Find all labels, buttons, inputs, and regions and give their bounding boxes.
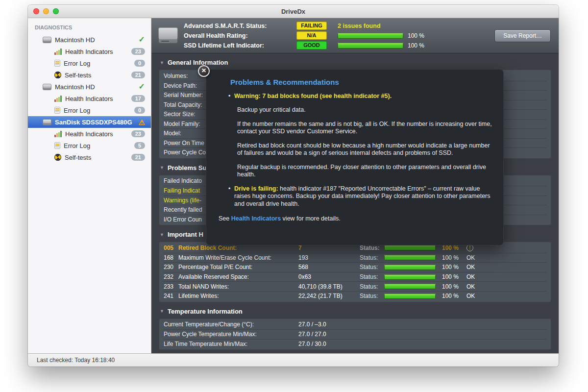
indicator-state: OK bbox=[466, 273, 481, 280]
ssd-lifetime-badge: GOOD bbox=[296, 41, 327, 49]
ssd-lifetime-progress-bar bbox=[338, 43, 403, 49]
indicator-id: 232 bbox=[164, 273, 178, 280]
temperature-value: 27.0 / 27.0 bbox=[298, 331, 326, 338]
disclosure-triangle-icon[interactable]: ▼ bbox=[160, 165, 164, 170]
sidebar-item-label: Health Indicators bbox=[65, 48, 131, 55]
minimize-window-button[interactable] bbox=[43, 8, 49, 14]
indicator-row: 232 Available Reserved Space: 0x63 Statu… bbox=[164, 272, 546, 282]
indicator-raw-value: 40,710 (39.8 TB) bbox=[298, 283, 360, 290]
sidebar-item-drive[interactable]: Macintosh HD ✓ bbox=[28, 34, 151, 46]
sidebar: DIAGNOSTICS Macintosh HD ✓ Health Indica… bbox=[28, 18, 151, 353]
window-title: DriveDx bbox=[281, 8, 305, 15]
smart-status-label: Advanced S.M.A.R.T. Status: bbox=[184, 23, 296, 29]
count-badge: 0 bbox=[134, 60, 145, 67]
save-report-button[interactable]: Save Report… bbox=[494, 29, 551, 42]
indicator-raw-value: 193 bbox=[298, 254, 360, 261]
sidebar-section-label: DIAGNOSTICS bbox=[35, 24, 151, 30]
close-window-button[interactable] bbox=[33, 8, 39, 14]
title-bar: DriveDx bbox=[28, 5, 559, 18]
status-label: Status: bbox=[360, 264, 384, 270]
count-badge: 21 bbox=[131, 154, 145, 161]
popover-warning-bullet: • Warning: 7 bad blocks found (see healt… bbox=[228, 93, 492, 100]
sidebar-item-error-log[interactable]: Error Log 0 bbox=[28, 104, 151, 116]
indicator-percent: 100 % bbox=[442, 264, 466, 270]
close-icon[interactable]: ✕ bbox=[198, 65, 210, 77]
drive-icon-large bbox=[158, 27, 178, 44]
count-badge: 5 bbox=[134, 142, 145, 149]
temperature-row: Power Cycle Temperature Min/Max: 27.0 / … bbox=[164, 329, 546, 339]
indicator-raw-value: 22,242 (21.7 TB) bbox=[298, 293, 360, 299]
ok-check-icon: ✓ bbox=[139, 83, 145, 91]
smart-status-header: Advanced S.M.A.R.T. Status: FAILING 2 is… bbox=[151, 18, 559, 53]
drive-icon bbox=[43, 84, 51, 90]
section-title: Problems Su bbox=[168, 164, 206, 172]
popover-title: Problems & Recommendations bbox=[230, 78, 492, 86]
sidebar-item-self-tests[interactable]: Self-tests 21 bbox=[28, 151, 151, 163]
status-bar: Last checked: Today 16:18:40 bbox=[28, 353, 559, 367]
sidebar-item-health-indicators[interactable]: Health Indicators 23 bbox=[28, 128, 151, 140]
indicator-name: Lifetime Writes: bbox=[178, 293, 298, 299]
indicator-name: Percentage Total P/E Count: bbox=[178, 264, 298, 270]
indicator-state: OK bbox=[466, 283, 481, 290]
indicator-raw-value: 568 bbox=[298, 264, 360, 270]
drive-icon bbox=[43, 119, 51, 125]
count-badge: 0 bbox=[134, 107, 145, 114]
sidebar-item-drive[interactable]: Macintosh HD ✓ bbox=[28, 81, 151, 93]
sidebar-item-health-indicators[interactable]: Health Indicators 17 bbox=[28, 93, 151, 104]
disclosure-triangle-icon[interactable]: ▼ bbox=[160, 232, 164, 237]
sidebar-item-label: Macintosh HD bbox=[55, 83, 139, 91]
main-panel: Advanced S.M.A.R.T. Status: FAILING 2 is… bbox=[151, 18, 559, 353]
count-badge: 23 bbox=[131, 48, 145, 55]
indicator-raw-value: 0x63 bbox=[298, 273, 360, 280]
temperature-value: 27.0 / 30.0 bbox=[298, 341, 326, 347]
section-header-general[interactable]: ▼ General Information bbox=[159, 53, 551, 70]
section-title: Important H bbox=[168, 231, 203, 238]
status-label: Status: bbox=[360, 273, 384, 280]
sidebar-item-self-tests[interactable]: Self-tests 21 bbox=[28, 69, 151, 81]
count-badge: 23 bbox=[131, 130, 145, 137]
indicator-name: Available Reserved Space: bbox=[178, 273, 298, 280]
popover-paragraph: Retired bad block count should be low be… bbox=[237, 142, 492, 157]
sidebar-item-label: Error Log bbox=[64, 107, 134, 114]
health-indicators-link[interactable]: Health Indicators bbox=[231, 215, 281, 222]
important-indicators-box: 005 Retired Block Count: 7 Status: 100 %… bbox=[159, 242, 551, 302]
indicator-row: 233 Total NAND Writes: 40,710 (39.8 TB) … bbox=[164, 281, 546, 291]
popover-failing-bullet: • Drive is failing: health indicator #18… bbox=[228, 185, 492, 208]
disclosure-triangle-icon[interactable]: ▼ bbox=[160, 309, 164, 314]
indicator-progress-bar bbox=[384, 294, 436, 299]
count-badge: 21 bbox=[131, 72, 145, 78]
temperature-label: Current Temperature/Change (°C): bbox=[164, 321, 298, 328]
health-indicators-icon bbox=[54, 96, 62, 102]
temperature-information-box: Current Temperature/Change (°C): 27.0 / … bbox=[159, 318, 551, 350]
temperature-value: 27.0 / –3.0 bbox=[298, 321, 326, 328]
indicator-id: 233 bbox=[164, 283, 178, 290]
temperature-row: Current Temperature/Change (°C): 27.0 / … bbox=[164, 320, 546, 330]
last-checked-text: Last checked: Today 16:18:40 bbox=[37, 357, 115, 364]
temperature-label: Power Cycle Temperature Min/Max: bbox=[164, 331, 298, 338]
sidebar-item-drive-selected[interactable]: SanDisk SDSSDXPS480G ⚠ bbox=[28, 116, 151, 128]
popover-paragraph: Regular backup is recommended. Pay close… bbox=[237, 164, 492, 179]
footer-prefix-text: See bbox=[219, 215, 231, 222]
footer-suffix-text: view for more details. bbox=[281, 215, 341, 222]
sidebar-item-label: SanDisk SDSSDXPS480G bbox=[55, 119, 139, 126]
sidebar-item-label: Error Log bbox=[64, 60, 134, 67]
sidebar-item-label: Health Indicators bbox=[65, 95, 131, 102]
ok-check-icon: ✓ bbox=[139, 36, 145, 44]
popover-footer: See Health Indicators view for more deta… bbox=[219, 215, 492, 223]
bullet-dot: • bbox=[228, 185, 234, 208]
status-label: Status: bbox=[360, 293, 384, 299]
section-header-temperature[interactable]: ▼ Temperature Information bbox=[159, 302, 551, 318]
sidebar-item-health-indicators[interactable]: Health Indicators 23 bbox=[28, 46, 151, 57]
disclosure-triangle-icon[interactable]: ▼ bbox=[160, 60, 164, 65]
sidebar-item-label: Self-tests bbox=[65, 154, 131, 161]
error-log-icon bbox=[54, 142, 60, 149]
temperature-row: Life Time Temperature Min/Max: 27.0 / 30… bbox=[164, 339, 546, 349]
sidebar-item-error-log[interactable]: Error Log 0 bbox=[28, 57, 151, 69]
indicator-percent: 100 % bbox=[442, 293, 466, 299]
sidebar-item-label: Error Log bbox=[64, 142, 134, 149]
zoom-window-button[interactable] bbox=[53, 8, 59, 14]
indicator-state: OK bbox=[466, 293, 481, 299]
smart-status-badge: FAILING bbox=[296, 22, 327, 30]
window-controls bbox=[33, 8, 59, 14]
sidebar-item-error-log[interactable]: Error Log 5 bbox=[28, 140, 151, 151]
